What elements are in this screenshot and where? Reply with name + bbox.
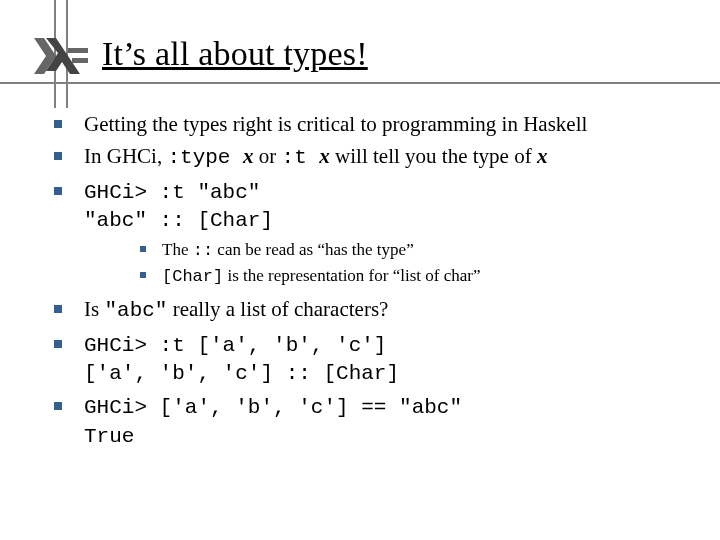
slide: It’s all about types! Getting the types …: [0, 0, 720, 540]
bullet-5: GHCi> :t ['a', 'b', 'c'] ['a', 'b', 'c']…: [48, 330, 690, 389]
bullet-4-seg2: really a list of characters?: [173, 297, 389, 321]
bullet-4-code: "abc": [104, 299, 167, 322]
svg-rect-2: [68, 48, 88, 53]
bullet-2-seg1: In GHCi,: [84, 144, 167, 168]
bullet-3-line2: "abc" :: [Char]: [84, 207, 690, 235]
bullet-6: GHCi> ['a', 'b', 'c'] == "abc" True: [48, 392, 690, 451]
sub-1: The :: can be read as “has the type”: [136, 239, 690, 263]
sub-2-code: [Char]: [162, 267, 223, 286]
svg-rect-3: [72, 58, 88, 63]
bullet-1-text: Getting the types right is critical to p…: [84, 112, 587, 136]
bullet-6-line2: True: [84, 423, 690, 451]
bullet-2-seg2: or: [259, 144, 282, 168]
bullet-5-line2: ['a', 'b', 'c'] :: [Char]: [84, 360, 690, 388]
bullet-3: GHCi> :t "abc" "abc" :: [Char] The :: ca…: [48, 177, 690, 290]
slide-content: Getting the types right is critical to p…: [48, 110, 690, 455]
bullet-6-line1: GHCi> ['a', 'b', 'c'] == "abc": [84, 396, 462, 419]
bullet-2-code2: :t: [282, 146, 320, 169]
haskell-logo-icon: [34, 38, 90, 74]
decor-hline: [0, 82, 720, 84]
sub-1-seg2: can be read as “has the type”: [217, 240, 413, 259]
bullet-2-var1: x: [243, 144, 254, 168]
sub-2-seg: is the representation for “list of char”: [227, 266, 480, 285]
bullet-2-code1: :type: [167, 146, 243, 169]
sub-2: [Char] is the representation for “list o…: [136, 265, 690, 289]
sub-1-code: ::: [193, 241, 213, 260]
sub-1-seg1: The: [162, 240, 193, 259]
bullet-4-seg1: Is: [84, 297, 104, 321]
bullet-2: In GHCi, :type x or :t x will tell you t…: [48, 142, 690, 172]
bullet-5-line1: GHCi> :t ['a', 'b', 'c']: [84, 334, 386, 357]
bullet-4: Is "abc" really a list of characters?: [48, 295, 690, 325]
bullet-2-var2: x: [319, 144, 330, 168]
bullet-2-seg3: will tell you the type of: [335, 144, 537, 168]
bullet-2-var3: x: [537, 144, 548, 168]
slide-title: It’s all about types!: [102, 35, 368, 73]
bullet-3-line1: GHCi> :t "abc": [84, 181, 260, 204]
bullet-1: Getting the types right is critical to p…: [48, 110, 690, 138]
